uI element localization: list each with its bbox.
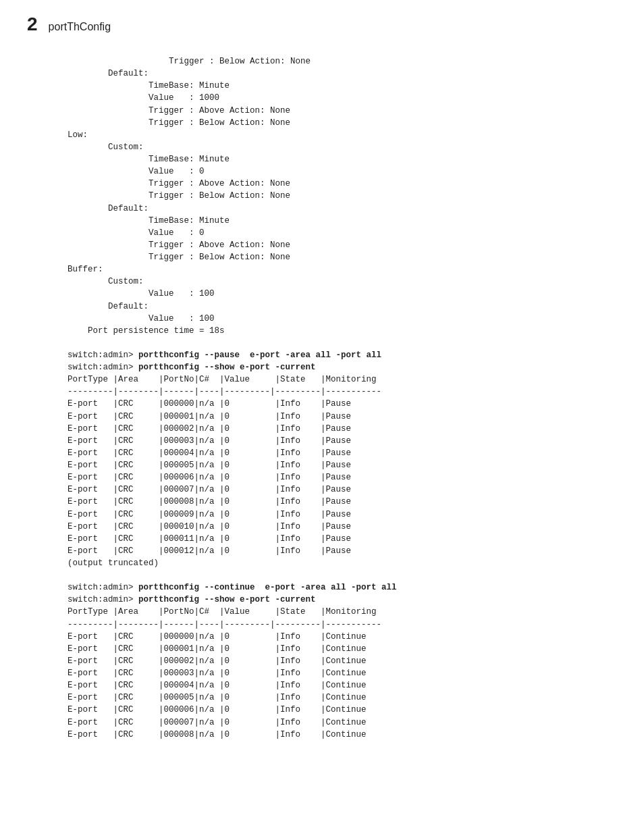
table-row: E-port |CRC |000012|n/a |0 |Info |Pause xyxy=(68,546,351,556)
table-row: E-port |CRC |000004|n/a |0 |Info |Contin… xyxy=(68,681,367,690)
section2-block: switch:admin> portthconfig --continue e-… xyxy=(68,581,617,741)
page-header: 2 portThConfig xyxy=(27,14,617,35)
cmd-bold: portthconfig --continue e-port -area all… xyxy=(138,583,397,592)
table-header: PortType |Area |PortNo|C# |Value |State … xyxy=(68,375,377,384)
table-row: E-port |CRC |000002|n/a |0 |Info |Pause xyxy=(68,424,351,434)
table-row: E-port |CRC |000001|n/a |0 |Info |Pause xyxy=(68,412,351,421)
section1-block: switch:admin> portthconfig --pause e-por… xyxy=(68,349,617,569)
section2: switch:admin> portthconfig --continue e-… xyxy=(27,581,617,741)
cmd-prefix: switch:admin> xyxy=(68,363,138,372)
cmd-bold: portthconfig --show e-port -current xyxy=(138,363,316,372)
table-sep: ---------|--------|------|----|---------… xyxy=(68,620,381,629)
table-row: E-port |CRC |000000|n/a |0 |Info |Pause xyxy=(68,399,351,409)
cmd-prefix: switch:admin> xyxy=(68,583,138,592)
table-row: E-port |CRC |000002|n/a |0 |Info |Contin… xyxy=(68,656,367,666)
page-number: 2 xyxy=(27,14,38,35)
table-row: E-port |CRC |000000|n/a |0 |Info |Contin… xyxy=(68,632,367,642)
table-row: E-port |CRC |000008|n/a |0 |Info |Pause xyxy=(68,497,351,506)
cmd-prefix: switch:admin> xyxy=(68,350,138,360)
table-row: E-port |CRC |000009|n/a |0 |Info |Pause xyxy=(68,510,351,519)
page-title: portThConfig xyxy=(49,21,111,33)
table-row: E-port |CRC |000007|n/a |0 |Info |Pause xyxy=(68,485,351,494)
table-row: E-port |CRC |000003|n/a |0 |Info |Contin… xyxy=(68,669,367,678)
table-row: E-port |CRC |000008|n/a |0 |Info |Contin… xyxy=(68,730,367,739)
table-row: E-port |CRC |000006|n/a |0 |Info |Contin… xyxy=(68,705,367,714)
table-row: E-port |CRC |000003|n/a |0 |Info |Pause xyxy=(68,436,351,446)
config-section: Trigger : Below Action: None Default: Ti… xyxy=(27,55,617,337)
table-row: E-port |CRC |000004|n/a |0 |Info |Pause xyxy=(68,448,351,458)
cmd-prefix: switch:admin> xyxy=(68,595,138,604)
table-row: E-port |CRC |000001|n/a |0 |Info |Contin… xyxy=(68,644,367,654)
table-row: E-port |CRC |000006|n/a |0 |Info |Pause xyxy=(68,473,351,482)
table-header: PortType |Area |PortNo|C# |Value |State … xyxy=(68,607,377,617)
table-row: E-port |CRC |000010|n/a |0 |Info |Pause xyxy=(68,522,351,531)
truncated-note: (output truncated) xyxy=(68,558,159,568)
table-row: E-port |CRC |000005|n/a |0 |Info |Contin… xyxy=(68,693,367,702)
section1: switch:admin> portthconfig --pause e-por… xyxy=(27,349,617,569)
cmd-bold: portthconfig --show e-port -current xyxy=(138,595,316,604)
table-row: E-port |CRC |000007|n/a |0 |Info |Contin… xyxy=(68,718,367,727)
table-row: E-port |CRC |000005|n/a |0 |Info |Pause xyxy=(68,461,351,470)
cmd-bold: portthconfig --pause e-port -area all -p… xyxy=(138,350,381,360)
table-sep: ---------|--------|------|----|---------… xyxy=(68,387,381,396)
config-block: Trigger : Below Action: None Default: Ti… xyxy=(68,55,617,337)
table-row: E-port |CRC |000011|n/a |0 |Info |Pause xyxy=(68,534,351,544)
